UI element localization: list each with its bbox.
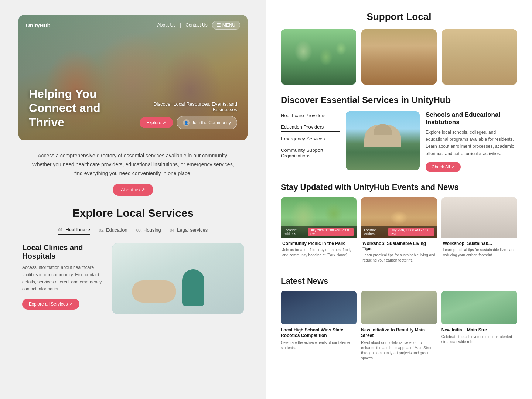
- news-section: Latest News Local High School Wins State…: [281, 276, 517, 361]
- right-panel: Support Local Nonprofits and Social Serv…: [266, 0, 532, 399]
- news-robotics-bg: [281, 291, 357, 324]
- news-cards: Local High School Wins State Robotics Co…: [281, 291, 517, 361]
- news-card-robotics[interactable]: Local High School Wins State Robotics Co…: [281, 291, 357, 361]
- news-img-robotics: [281, 291, 357, 324]
